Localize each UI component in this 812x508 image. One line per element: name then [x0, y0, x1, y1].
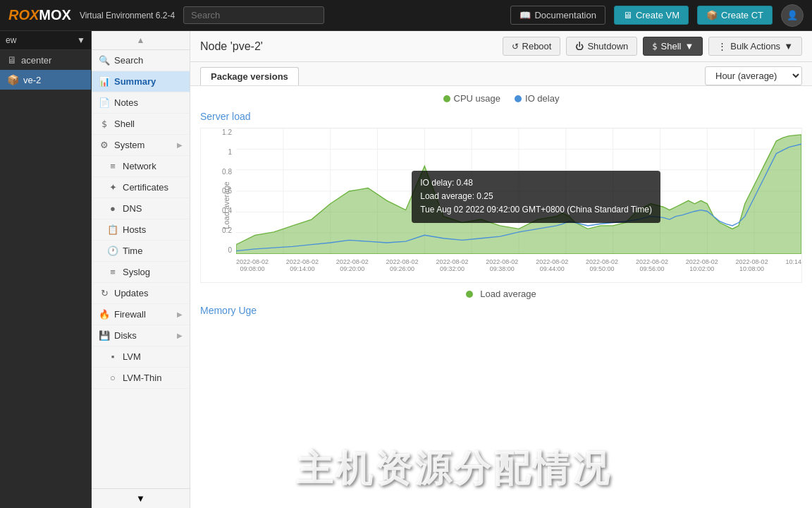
content-header: Node 'pve-2' ↺ Reboot ⏻ Shutdown $ Shell…	[190, 31, 812, 62]
nav-item-label: Summary	[114, 76, 156, 87]
topbar: ROXMOX Virtual Environment 6.2-4 📖 Docum…	[0, 0, 812, 31]
nav-item-label: Search	[114, 55, 143, 66]
io-legend-dot	[515, 95, 522, 102]
nav-item-label: Notes	[114, 97, 138, 108]
shell-icon: $	[652, 42, 657, 52]
nav-item-search[interactable]: 🔍 Search	[92, 50, 190, 71]
nav-item-label: Updates	[114, 288, 148, 298]
system-expand-icon: ▶	[177, 141, 183, 149]
nav-footer: ▼	[92, 488, 190, 508]
shell-dropdown-icon: ▼	[684, 41, 694, 52]
tab-package-versions[interactable]: Package versions	[200, 67, 299, 85]
legend-cpu: CPU usage	[443, 93, 500, 104]
lvm-thin-icon: ○	[107, 373, 118, 383]
logo-ro: RO	[8, 7, 30, 23]
user-icon: 👤	[787, 10, 798, 20]
nav-scroll-up-icon[interactable]: ▲	[137, 35, 145, 45]
firewall-expand-icon: ▶	[177, 310, 183, 318]
disks-expand-icon: ▶	[177, 332, 183, 339]
sidebar-item-datacenter[interactable]: 🖥 acenter	[0, 50, 91, 70]
nav-item-notes[interactable]: 📄 Notes	[92, 92, 190, 114]
nav-item-label: LVM-Thin	[123, 373, 161, 383]
legend-io: IO delay	[515, 93, 559, 104]
logo: ROXMOX	[8, 7, 71, 23]
node-icon: 📦	[7, 74, 19, 85]
nav-item-disks[interactable]: 💾 Disks ▶	[92, 325, 190, 346]
content-area: Node 'pve-2' ↺ Reboot ⏻ Shutdown $ Shell…	[190, 31, 812, 508]
time-selector[interactable]: Hour (average) Day (average) Week (avera…	[705, 66, 802, 85]
nav-item-updates[interactable]: ↻ Updates	[92, 283, 190, 304]
bulk-icon: ⋮	[718, 41, 727, 52]
create-vm-button[interactable]: 🖥 Create VM	[614, 6, 689, 25]
dropdown-arrow-icon: ▼	[77, 35, 85, 45]
shell-icon: $	[99, 119, 110, 129]
vm-icon: 🖥	[623, 10, 632, 20]
book-icon: 📖	[519, 10, 531, 20]
tab-bar: Package versions Hour (average) Day (ave…	[190, 62, 812, 86]
chart-legend: CPU usage IO delay	[200, 93, 802, 104]
reboot-icon: ↺	[512, 42, 519, 52]
firewall-icon: 🔥	[99, 309, 110, 320]
logo-mox: MOX	[39, 7, 71, 23]
chart-area: CPU usage IO delay Server load Load aver…	[190, 86, 812, 508]
sidebar-item-pve2[interactable]: 📦 ve-2	[0, 70, 91, 90]
nav-item-label: Hosts	[123, 224, 146, 235]
nav-item-lvm[interactable]: ▪ LVM	[92, 346, 190, 368]
product-version: Virtual Environment 6.2-4	[80, 11, 175, 20]
nav-item-label: Network	[123, 161, 156, 171]
nav-item-label: Certificates	[123, 182, 168, 193]
create-ct-button[interactable]: 📦 Create CT	[697, 6, 773, 25]
x-axis: 2022-08-0209:08:00 2022-08-0209:14:00 20…	[236, 255, 801, 282]
nav-item-label: Syslog	[123, 267, 150, 277]
documentation-button[interactable]: 📖 Documentation	[510, 6, 605, 25]
nav-item-syslog[interactable]: ≡ Syslog	[92, 262, 190, 283]
nav-item-label: Firewall	[114, 309, 146, 320]
bulk-dropdown-icon: ▼	[784, 41, 793, 52]
load-dot	[466, 291, 473, 298]
user-button[interactable]: 👤	[781, 4, 804, 27]
dropdown-label: ew	[6, 35, 16, 45]
chart-wrapper: Load average	[200, 128, 802, 283]
updates-icon: ↻	[99, 288, 110, 298]
search-icon: 🔍	[99, 55, 110, 66]
nav-item-dns[interactable]: ● DNS	[92, 198, 190, 219]
ct-icon: 📦	[706, 10, 718, 20]
nav-item-label: Shell	[114, 119, 135, 129]
nav-scroll-down-icon[interactable]: ▼	[136, 493, 145, 504]
bulk-actions-button[interactable]: ⋮ Bulk Actions ▼	[708, 37, 802, 56]
disks-icon: 💾	[99, 330, 110, 341]
shutdown-icon: ⏻	[575, 42, 584, 52]
nav-item-label: Time	[123, 246, 142, 256]
memory-chart-title: Memory Uge	[200, 305, 802, 316]
shell-button[interactable]: $ Shell ▼	[643, 37, 703, 56]
nav-item-firewall[interactable]: 🔥 Firewall ▶	[92, 304, 190, 325]
left-sidebar: ew ▼ 🖥 acenter 📦 ve-2	[0, 31, 92, 508]
watermark-text: 主机资源分配情况	[296, 445, 612, 494]
hosts-icon: 📋	[107, 224, 118, 235]
chart-svg	[236, 128, 801, 254]
load-legend-item: Load average	[466, 289, 536, 299]
sidebar-item-label: acenter	[21, 55, 51, 66]
syslog-icon: ≡	[107, 267, 118, 277]
certificates-icon: ✦	[107, 182, 118, 193]
nav-item-certificates[interactable]: ✦ Certificates	[92, 177, 190, 198]
nav-item-time[interactable]: 🕐 Time	[92, 241, 190, 262]
main-layout: ew ▼ 🖥 acenter 📦 ve-2 ▲ 🔍 Search 📊 Summa…	[0, 31, 812, 508]
shutdown-button[interactable]: ⏻ Shutdown	[566, 37, 637, 56]
nav-item-shell[interactable]: $ Shell	[92, 114, 190, 135]
datacenter-icon: 🖥	[7, 54, 17, 66]
nav-item-hosts[interactable]: 📋 Hosts	[92, 219, 190, 241]
load-legend: Load average	[200, 289, 802, 299]
cpu-legend-dot	[443, 95, 450, 102]
reboot-button[interactable]: ↺ Reboot	[503, 37, 561, 56]
nav-item-summary[interactable]: 📊 Summary	[92, 71, 190, 92]
nav-panel: ▲ 🔍 Search 📊 Summary 📄 Notes $ Shell ⚙ S…	[92, 31, 190, 508]
nav-item-system[interactable]: ⚙ System ▶	[92, 135, 190, 156]
nav-item-label: System	[114, 140, 144, 150]
sidebar-dropdown[interactable]: ew ▼	[0, 31, 91, 50]
nav-item-network[interactable]: ≡ Network	[92, 156, 190, 177]
nav-item-lvm-thin[interactable]: ○ LVM-Thin	[92, 368, 190, 389]
nav-item-label: Disks	[114, 330, 137, 341]
notes-icon: 📄	[99, 97, 110, 108]
search-input[interactable]	[183, 6, 324, 24]
